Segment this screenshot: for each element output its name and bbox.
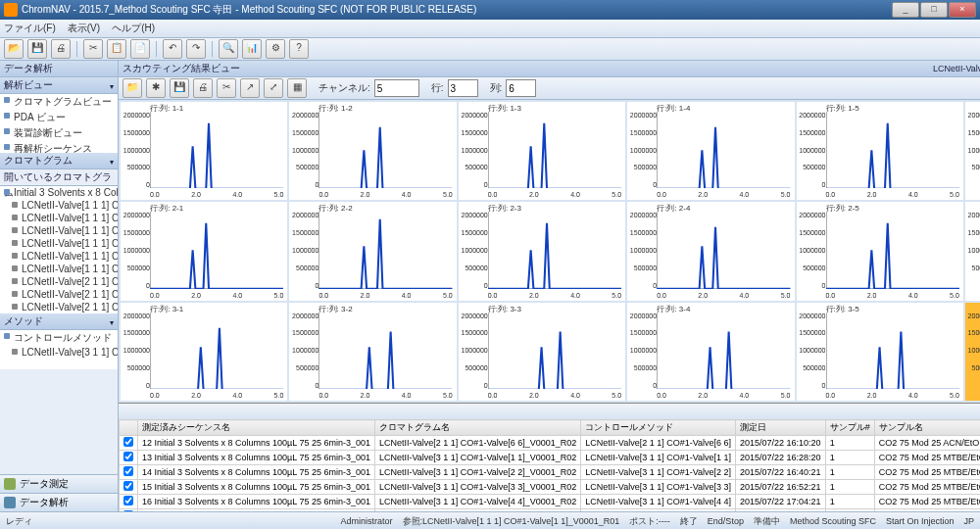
chrom-item[interactable]: LCNetII-Valve[2 1 1] CO#1 xyxy=(0,275,118,288)
cell-sample-num: 1 xyxy=(825,451,874,465)
chromatogram-chart[interactable]: 行:列: 2-5 2000000150000010000005000000 0.… xyxy=(797,202,963,300)
table-row[interactable]: 15 Initial 3 Solvents x 8 Columns 100µL … xyxy=(120,480,981,495)
chromatogram-chart[interactable]: 行:列: 3-3 2000000150000010000005000000 0.… xyxy=(459,303,625,401)
chrom-item[interactable]: LCNetII-Valve[1 1 1] CO#1 xyxy=(0,250,118,263)
table-row[interactable]: 17 Initial 3 Solvents x 8 Columns 100µL … xyxy=(120,509,981,512)
nav-data-analysis[interactable]: データ解析 xyxy=(0,493,118,511)
chromatogram-chart[interactable]: 行:列: 3-6 2000000150000010000005000000 0.… xyxy=(965,303,980,401)
grid-icon[interactable]: ▦ xyxy=(287,78,307,98)
app-icon xyxy=(4,3,18,17)
chromatogram-chart[interactable]: 行:列: 1-1 2000000150000010000005000000 0.… xyxy=(121,102,287,200)
toolbar-help-icon[interactable]: ? xyxy=(289,39,309,59)
chromatogram-chart[interactable]: 行:列: 1-4 2000000150000010000005000000 0.… xyxy=(627,102,794,200)
chromatogram-chart[interactable]: 行:列: 3-5 2000000150000010000005000000 0.… xyxy=(797,303,963,401)
table-header[interactable]: サンプル# xyxy=(825,420,874,436)
arrow-icon[interactable]: ↗ xyxy=(240,78,260,98)
chromatogram-chart[interactable]: 行:列: 3-1 2000000150000010000005000000 0.… xyxy=(121,303,287,401)
chrom-item[interactable]: LCNetII-Valve[1 1 1] CO#1 xyxy=(0,224,118,237)
toolbar-chart-icon[interactable]: 📊 xyxy=(242,39,262,59)
row-checkbox[interactable] xyxy=(123,466,133,476)
view-item[interactable]: クロマトグラムビュー xyxy=(0,94,118,110)
chromatogram-chart[interactable]: 行:列: 1-6 2000000150000010000005000000 0.… xyxy=(965,102,980,200)
views-header[interactable]: 解析ビュー▾ xyxy=(0,77,118,94)
chromatogram-chart[interactable]: 行:列: 2-1 2000000150000010000005000000 0.… xyxy=(121,202,287,300)
toolbar-open-icon[interactable]: 📂 xyxy=(4,39,24,59)
control-method-node[interactable]: コントロールメソッド xyxy=(0,330,118,346)
maximize-button[interactable]: □ xyxy=(920,2,948,18)
chromatogram-chart[interactable]: 行:列: 3-2 2000000150000010000005000000 0.… xyxy=(289,303,456,401)
analysis-header[interactable]: データ解析 xyxy=(0,61,118,77)
chrom-item[interactable]: LCNetII-Valve[1 1 1] CO#1 xyxy=(0,237,118,250)
menu-view[interactable]: 表示(V) xyxy=(68,22,100,35)
channel-input[interactable] xyxy=(374,79,419,97)
main-toolbar: 📂 💾 🖨 ✂ 📋 📄 ↶ ↷ 🔍 📊 ⚙ ? xyxy=(0,38,980,61)
row-input[interactable] xyxy=(448,79,478,97)
row-checkbox[interactable] xyxy=(123,452,133,461)
control-method-item[interactable]: LCNetII-Valve[3 1 1] CO#1-V xyxy=(0,346,118,359)
refresh-icon[interactable]: ✱ xyxy=(146,78,166,98)
row-checkbox[interactable] xyxy=(123,510,133,511)
table-row[interactable]: 14 Initial 3 Solvents x 8 Columns 100µL … xyxy=(120,465,981,480)
chromatogram-chart[interactable]: 行:列: 1-5 2000000150000010000005000000 0.… xyxy=(797,102,963,200)
chrom-item[interactable]: LCNetII-Valve[2 1 1] CO#1 xyxy=(0,301,118,313)
menubar: ファイル(F) 表示(V) ヘルプ(H) xyxy=(0,20,980,38)
y-axis: 2000000150000010000005000000 xyxy=(799,112,826,188)
table-header[interactable]: 測定済みシーケンス名 xyxy=(138,420,375,436)
chrom-item[interactable]: LCNetII-Valve[2 1 1] CO#1 xyxy=(0,288,118,301)
table-row[interactable]: 16 Initial 3 Solvents x 8 Columns 100µL … xyxy=(120,495,981,509)
folder-icon[interactable]: 📁 xyxy=(122,78,142,98)
method-header[interactable]: メソッド▾ xyxy=(0,313,118,330)
toolbar-print-icon[interactable]: 🖨 xyxy=(51,39,71,59)
toolbar-paste-icon[interactable]: 📄 xyxy=(130,39,150,59)
chrom-item[interactable]: LCNetII-Valve[1 1 1] CO#1 xyxy=(0,212,118,224)
toolbar-settings-icon[interactable]: ⚙ xyxy=(266,39,285,59)
row-checkbox[interactable] xyxy=(123,496,133,505)
chromatogram-chart[interactable]: 行:列: 3-4 2000000150000010000005000000 0.… xyxy=(627,303,794,401)
toolbar-cut-icon[interactable]: ✂ xyxy=(83,39,103,59)
view-item[interactable]: 再解析シーケンス xyxy=(0,141,118,153)
separator xyxy=(76,41,77,57)
minimize-button[interactable]: _ xyxy=(892,2,919,18)
y-axis: 2000000150000010000005000000 xyxy=(629,112,657,188)
chromatogram-chart[interactable]: 行:列: 2-4 2000000150000010000005000000 0.… xyxy=(627,202,794,300)
scissors-icon[interactable]: ✂ xyxy=(217,78,236,98)
sequence-table[interactable]: 測定済みシーケンス名クロマトグラム名コントロールメソッド測定日サンプル#サンプル… xyxy=(119,419,980,511)
view-item[interactable]: PDA ビュー xyxy=(0,110,118,125)
table-header[interactable]: コントロールメソッド xyxy=(581,420,736,436)
table-header[interactable]: 測定日 xyxy=(736,420,826,436)
cell-date: 2015/07/22 16:28:20 xyxy=(736,451,826,465)
close-button[interactable]: × xyxy=(949,2,976,18)
menu-file[interactable]: ファイル(F) xyxy=(4,22,56,35)
toolbar-redo-icon[interactable]: ↷ xyxy=(186,39,206,59)
chrom-item[interactable]: LCNetII-Valve[1 1 1] CO#1 xyxy=(0,199,118,212)
chrom-root[interactable]: Initial 3 Solvents x 8 Columns xyxy=(0,186,118,199)
chromatogram-chart[interactable]: 行:列: 1-3 2000000150000010000005000000 0.… xyxy=(459,102,625,200)
table-header[interactable]: クロマトグラム名 xyxy=(375,420,581,436)
expand-icon[interactable]: ⤢ xyxy=(264,78,283,98)
view-item[interactable]: 装置診断ビュー xyxy=(0,125,118,141)
table-header[interactable]: サンプル名 xyxy=(874,420,980,436)
print-icon[interactable]: 🖨 xyxy=(193,78,213,98)
chromatogram-chart[interactable]: 行:列: 1-2 2000000150000010000005000000 0.… xyxy=(289,102,456,200)
table-row[interactable]: 12 Initial 3 Solvents x 8 Columns 100µL … xyxy=(120,436,981,451)
col-input[interactable] xyxy=(506,79,536,97)
chromatogram-chart[interactable]: 行:列: 2-3 2000000150000010000005000000 0.… xyxy=(459,202,625,300)
cell-date: 2015/07/22 17:16:22 xyxy=(736,509,826,512)
chromatogram-chart[interactable]: 行:列: 2-2 2000000150000010000005000000 0.… xyxy=(289,202,456,300)
row-checkbox[interactable] xyxy=(123,437,133,447)
menu-help[interactable]: ヘルプ(H) xyxy=(112,22,155,35)
nav-data-measure[interactable]: データ測定 xyxy=(0,474,118,493)
toolbar-undo-icon[interactable]: ↶ xyxy=(163,39,182,59)
chrom-item[interactable]: LCNetII-Valve[1 1 1] CO#1 xyxy=(0,263,118,275)
col-label: 列: xyxy=(490,81,503,95)
table-header[interactable] xyxy=(120,420,138,436)
save-icon[interactable]: 💾 xyxy=(170,78,189,98)
views-tree: クロマトグラムビューPDA ビュー装置診断ビュー再解析シーケンススカウティング結… xyxy=(0,94,118,153)
chromatogram-chart[interactable]: 行:列: 2-6 2000000150000010000005000000 0.… xyxy=(965,202,980,300)
chromatogram-header[interactable]: クロマトグラム▾ xyxy=(0,153,118,169)
toolbar-zoom-icon[interactable]: 🔍 xyxy=(219,39,238,59)
toolbar-save-icon[interactable]: 💾 xyxy=(27,39,47,59)
table-row[interactable]: 13 Initial 3 Solvents x 8 Columns 100µL … xyxy=(120,451,981,465)
toolbar-copy-icon[interactable]: 📋 xyxy=(107,39,126,59)
row-checkbox[interactable] xyxy=(123,481,133,491)
